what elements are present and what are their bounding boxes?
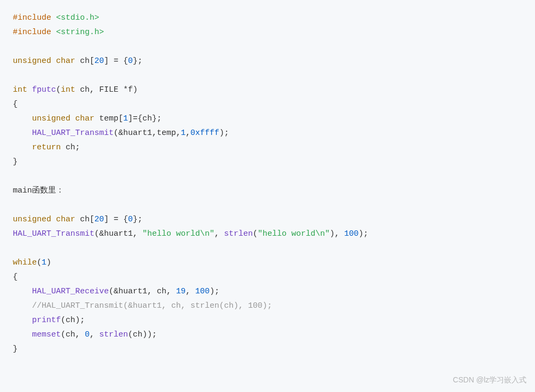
keyword: int [61,85,75,94]
identifier: ch; [61,143,80,152]
args: (&huart1,temp, [114,129,181,138]
punct: ] = { [104,57,128,66]
number-literal: 1 [181,129,186,138]
punct: , [186,287,195,296]
keyword: char [70,114,94,123]
number-literal: 100 [195,287,210,296]
number-literal: 0 [128,215,133,224]
function-call: HAL_UART_Transmit [32,129,114,138]
punct: }; [133,57,142,66]
function-call: HAL_UART_Transmit [13,229,94,238]
punct: , [214,229,224,238]
preproc-include: #include [13,13,51,22]
punct: , [90,330,99,339]
punct: ]={ch}; [128,114,162,123]
watermark-text: CSDN @lz学习嵌入式 [453,373,526,387]
function-call: strlen [224,229,253,238]
keyword: unsigned [32,114,70,123]
include-header: <string.h> [51,28,104,37]
number-literal: 20 [94,57,104,66]
indent [13,316,32,325]
number-literal: 19 [176,287,186,296]
indent [13,287,32,296]
brace: { [13,273,18,282]
keyword: return [32,143,61,152]
params: ch, FILE *f) [75,85,138,94]
punct: ) [46,258,51,267]
punct: ] = { [104,215,128,224]
punct: ); [219,129,229,138]
punct: , [186,129,190,138]
keyword: char [51,57,75,66]
args: (&huart1, ch, [109,287,176,296]
function-call: memset [32,330,61,339]
include-header: <stdio.h> [51,13,99,22]
string-literal: "hello world\n" [258,229,330,238]
comment-text: main函数里： [13,186,64,195]
identifier: temp[ [94,114,123,123]
function-name: fputc [27,85,56,94]
number-literal: 0xffff [190,129,219,138]
number-literal: 100 [344,229,358,238]
preproc-include: #include [13,28,51,37]
string-literal: "hello world\n" [142,229,214,238]
keyword: char [51,215,75,224]
number-literal: 20 [94,215,104,224]
function-call: printf [32,316,61,325]
args: (ch, [61,330,85,339]
punct: }; [133,215,142,224]
identifier: ch[ [75,215,94,224]
function-call: strlen [99,330,128,339]
punct: ( [253,229,258,238]
keyword: unsigned [13,215,51,224]
indent [13,129,32,138]
number-literal: 0 [128,57,133,66]
indent [13,143,32,152]
args: (&huart1, [94,229,142,238]
keyword: unsigned [13,57,51,66]
number-literal: 1 [42,258,46,267]
comment: //HAL_UART_Transmit(&huart1, ch, strlen(… [32,301,272,310]
number-literal: 0 [85,330,90,339]
punct: ( [56,85,61,94]
indent [13,114,32,123]
punct: ); [210,287,219,296]
args: (ch); [61,316,85,325]
indent [13,301,32,310]
punct: ); [358,229,368,238]
code-block: #include <stdio.h> #include <string.h> u… [0,0,535,367]
brace: } [13,157,18,166]
keyword: int [13,85,27,94]
brace: } [13,345,18,354]
punct: ( [37,258,42,267]
number-literal: 1 [123,114,128,123]
function-call: HAL_UART_Receive [32,287,109,296]
brace: { [13,100,18,109]
punct: ), [330,229,344,238]
keyword: while [13,258,37,267]
indent [13,330,32,339]
args: (ch)); [128,330,157,339]
identifier: ch[ [75,57,94,66]
